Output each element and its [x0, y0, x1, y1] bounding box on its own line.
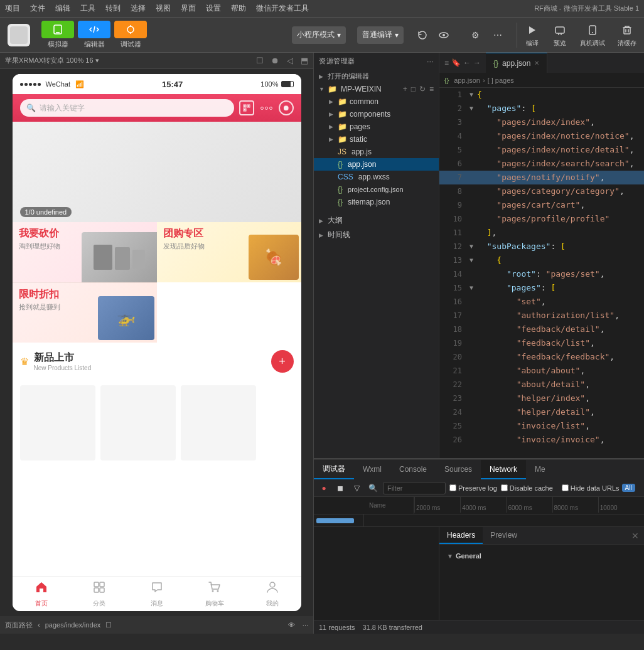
- compile-dropdown[interactable]: 普通编译 ▾: [357, 26, 404, 44]
- tab-close-button[interactable]: ✕: [534, 60, 539, 67]
- list-view-icon[interactable]: ≡: [444, 58, 449, 67]
- banner-area: 1/0 undefined: [13, 122, 301, 222]
- preserve-log-checkbox[interactable]: [449, 484, 456, 491]
- record-icon[interactable]: ⏺: [271, 56, 279, 65]
- record-button[interactable]: ⏺: [279, 100, 294, 115]
- disable-cache-checkbox[interactable]: [501, 484, 508, 491]
- debug-tab-more[interactable]: Me: [526, 460, 554, 479]
- qr-scan-icon[interactable]: [239, 100, 254, 115]
- device-bar: 苹果XRMAX转安卓 100% 16 ▾ ☐ ⏺ ◁ ⬒: [0, 53, 313, 69]
- folder-pages[interactable]: ▶ 📁 pages: [314, 120, 439, 133]
- compile-action-button[interactable]: 编译: [525, 23, 540, 48]
- menu-item-view[interactable]: 视图: [156, 3, 171, 14]
- filter-input[interactable]: [383, 482, 446, 494]
- refresh-tree-icon[interactable]: ↻: [419, 85, 426, 93]
- forward-icon[interactable]: →: [473, 58, 481, 67]
- new-products-button[interactable]: +: [271, 350, 294, 373]
- nav-cart[interactable]: 购物车: [186, 580, 244, 608]
- debug-tab-sources[interactable]: Sources: [436, 460, 481, 479]
- more-button[interactable]: ⋯: [490, 28, 505, 43]
- current-path[interactable]: pages/index/index: [45, 621, 101, 629]
- open-editors-section[interactable]: ▶ 打开的编辑器: [314, 70, 439, 83]
- debug-tab-wxml[interactable]: Wxml: [354, 460, 390, 479]
- bookmark-icon[interactable]: 🔖: [451, 58, 461, 67]
- menu-item-goto[interactable]: 转到: [105, 3, 121, 14]
- promo-item-2[interactable]: 团购专区 发现品质好物 🍖: [157, 222, 301, 282]
- eye-icon[interactable]: 👁: [288, 621, 295, 629]
- search-button-net[interactable]: 🔍: [367, 482, 379, 494]
- file-app-json[interactable]: ▶ {} app.json: [314, 158, 439, 171]
- simulator-button[interactable]: 模拟器: [41, 21, 74, 49]
- folder-static[interactable]: ▶ 📁 static: [314, 133, 439, 146]
- debug-tab-debugger[interactable]: 调试器: [314, 460, 354, 479]
- more-dots-button[interactable]: [260, 100, 272, 115]
- tree-more-icon[interactable]: ···: [427, 58, 434, 65]
- menu-item-project[interactable]: 项目: [5, 3, 20, 14]
- debugger-button[interactable]: 调试器: [114, 21, 147, 49]
- eye-button[interactable]: [436, 28, 451, 43]
- file-app-js[interactable]: ▶ JS app.js: [314, 146, 439, 158]
- battery-percent: 100%: [260, 80, 278, 88]
- all-badge[interactable]: All: [622, 484, 635, 492]
- debug-tabs: 调试器 Wxml Console Sources Network Me: [314, 459, 644, 479]
- menu-item-help[interactable]: 帮助: [231, 3, 246, 14]
- folder-common[interactable]: ▶ 📁 common: [314, 95, 439, 108]
- menu-item-tools[interactable]: 工具: [80, 3, 95, 14]
- timeline-section[interactable]: ▶ 时间线: [314, 228, 439, 242]
- back-icon[interactable]: ←: [463, 58, 471, 67]
- clear-cache-button[interactable]: 清缓存: [618, 23, 636, 48]
- menu-item-settings[interactable]: 设置: [206, 3, 221, 14]
- promo-item-3[interactable]: 限时折扣 抢到就是赚到 🚁: [13, 282, 157, 343]
- nav-message[interactable]: 消息: [128, 580, 186, 608]
- add-folder-icon[interactable]: □: [411, 85, 416, 93]
- menu-item-file[interactable]: 文件: [30, 3, 45, 14]
- file-app-wxss[interactable]: ▶ CSS app.wxss: [314, 171, 439, 183]
- phone-icon[interactable]: ☐: [256, 56, 264, 65]
- debug-tab-network[interactable]: Network: [481, 460, 526, 479]
- device-selector[interactable]: 苹果XRMAX转安卓 100% 16 ▾: [5, 56, 99, 65]
- menu-item-interface[interactable]: 界面: [181, 3, 196, 14]
- speaker-icon[interactable]: ◁: [287, 56, 293, 65]
- file-sitemap[interactable]: ▶ {} sitemap.json: [314, 196, 439, 208]
- preview-tab[interactable]: Preview: [483, 527, 525, 544]
- wechat-search-bar[interactable]: 🔍 请输入关键字: [20, 99, 234, 117]
- hide-urls-label[interactable]: Hide data URLs: [562, 484, 620, 492]
- real-debug-button[interactable]: 真机调试: [580, 23, 605, 48]
- detail-close-button[interactable]: ✕: [626, 527, 644, 544]
- preview-button[interactable]: 预览: [552, 23, 567, 48]
- file-project-config[interactable]: ▶ {} project.config.json: [314, 183, 439, 196]
- nav-home[interactable]: 首页: [13, 580, 70, 608]
- nav-profile[interactable]: 我的: [244, 580, 301, 608]
- menu-item-edit[interactable]: 编辑: [55, 3, 70, 14]
- mode-dropdown[interactable]: 小程序模式 ▾: [292, 26, 346, 44]
- collapse-tree-icon[interactable]: ≡: [429, 85, 434, 93]
- folder-icon-3: 📁: [338, 122, 347, 131]
- dots-icon[interactable]: ···: [303, 621, 308, 629]
- editor-button[interactable]: 编辑器: [78, 21, 110, 49]
- refresh-button[interactable]: [415, 28, 430, 43]
- code-line-26: 26 "invoice/invoice",: [439, 433, 644, 447]
- nav-category[interactable]: 分类: [70, 580, 128, 608]
- project-root[interactable]: ▼ 📁 MP-WEIXIN + □ ↻ ≡: [314, 83, 439, 95]
- filter-button-net[interactable]: ▽: [350, 482, 363, 494]
- svg-point-27: [212, 590, 213, 592]
- layout-icon[interactable]: ⬒: [301, 56, 308, 65]
- menu-item-wechat-tools[interactable]: 微信开发者工具: [256, 3, 309, 14]
- headers-tab[interactable]: Headers: [439, 527, 483, 544]
- disable-cache-label[interactable]: Disable cache: [501, 484, 553, 492]
- add-file-icon[interactable]: +: [403, 85, 407, 93]
- json-file-icon: {}: [338, 160, 343, 169]
- menu-item-select[interactable]: 选择: [131, 3, 146, 14]
- folder-components[interactable]: ▶ 📁 components: [314, 108, 439, 120]
- debug-tab-console[interactable]: Console: [390, 460, 436, 479]
- file-tab-app-json[interactable]: {} app.json ✕: [486, 53, 547, 73]
- record-button-net[interactable]: ●: [318, 482, 330, 494]
- stop-button-net[interactable]: ◼: [334, 482, 346, 494]
- gear-button[interactable]: ⚙: [468, 28, 483, 43]
- code-line-24: 24 "helper/detail",: [439, 405, 644, 419]
- promo-item-1[interactable]: 我要砍价 淘到理想好物: [13, 222, 157, 282]
- menu-bar: 项目 文件 编辑 工具 转到 选择 视图 界面 设置 帮助 微信开发者工具 RF…: [0, 0, 644, 18]
- preserve-log-label[interactable]: Preserve log: [449, 484, 497, 492]
- outline-section[interactable]: ▶ 大纲: [314, 213, 439, 228]
- hide-urls-checkbox[interactable]: [562, 484, 569, 491]
